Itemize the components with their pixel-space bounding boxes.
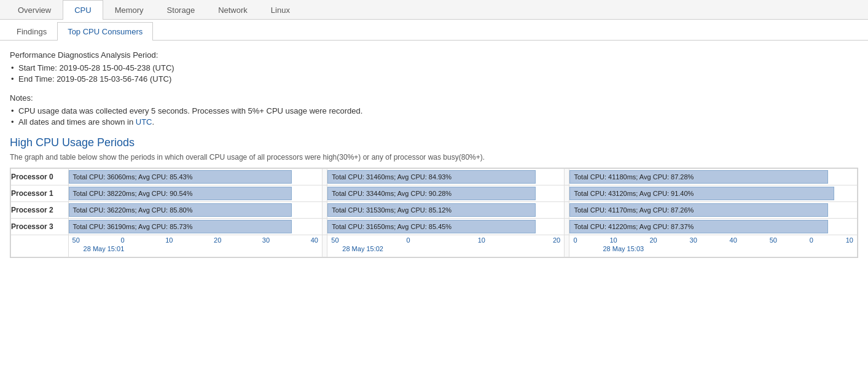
cpu-bar: Total CPU: 36060ms; Avg CPU: 85.43%: [69, 170, 292, 184]
utc-link[interactable]: UTC: [136, 117, 152, 127]
notes-list: CPU usage data was collected every 5 sec…: [10, 106, 858, 127]
x-tick: 30: [690, 236, 697, 244]
notes-item-1: CPU usage data was collected every 5 sec…: [18, 106, 858, 115]
proc-2-bar-2: Total CPU: 31530ms; Avg CPU: 85.12%: [327, 202, 565, 219]
table-row: Processor 2 Total CPU: 36220ms; Avg CPU:…: [11, 202, 858, 219]
x-tick: 20: [553, 236, 560, 244]
proc-2-label: Processor 2: [11, 202, 69, 219]
x-tick: 50: [770, 236, 777, 244]
x-tick: 10: [478, 236, 485, 244]
axis-empty-cell: [11, 235, 69, 257]
x-tick: 10: [165, 236, 173, 244]
table-row: Processor 0 Total CPU: 36060ms; Avg CPU:…: [11, 169, 858, 185]
cpu-chart: Processor 0 Total CPU: 36060ms; Avg CPU:…: [10, 168, 858, 258]
x-tick: 10: [609, 236, 617, 244]
cpu-bar: Total CPU: 43120ms; Avg CPU: 91.40%: [569, 187, 834, 200]
proc-3-bar-3: Total CPU: 41220ms; Avg CPU: 87.37%: [569, 219, 858, 235]
x-date-3: 28 May 15:03: [572, 245, 854, 252]
proc-3-bar-1: Total CPU: 36190ms; Avg CPU: 85.73%: [68, 219, 322, 235]
analysis-period-label: Performance Diagnostics Analysis Period:: [10, 50, 858, 60]
sub-tab-bar: Findings Top CPU Consumers: [0, 22, 868, 41]
proc-2-bar-1: Total CPU: 36220ms; Avg CPU: 85.80%: [68, 202, 322, 219]
notes-section: Notes: CPU usage data was collected ever…: [10, 93, 858, 127]
proc-0-bar-2: Total CPU: 31460ms; Avg CPU: 84.93%: [327, 169, 565, 185]
analysis-period-list: Start Time: 2019-05-28 15-00-45-238 (UTC…: [10, 63, 858, 84]
x-axis-group-3: 0 10 20 30 40 50 0 10 28 May 15:03: [569, 235, 858, 257]
notes-label: Notes:: [10, 93, 858, 103]
cpu-bar: Total CPU: 41180ms; Avg CPU: 87.28%: [569, 170, 828, 184]
tab-linux[interactable]: Linux: [259, 0, 302, 20]
x-axis-row: 50 0 10 20 30 40 28 May 15:01 50 0 10: [11, 235, 858, 257]
x-tick: 0: [810, 236, 813, 244]
proc-1-bar-1: Total CPU: 38220ms; Avg CPU: 90.54%: [68, 185, 322, 202]
cpu-bar: Total CPU: 36220ms; Avg CPU: 85.80%: [69, 203, 292, 217]
cpu-table: Processor 0 Total CPU: 36060ms; Avg CPU:…: [10, 168, 858, 257]
x-date-1: 28 May 15:01: [71, 245, 319, 252]
x-axis-group-2: 50 0 10 20 28 May 15:02: [327, 235, 565, 257]
high-cpu-desc: The graph and table below show the perio…: [10, 153, 858, 162]
x-tick: 40: [730, 236, 737, 244]
cpu-bar: Total CPU: 31650ms; Avg CPU: 85.45%: [327, 220, 536, 233]
x-tick: 20: [649, 236, 657, 244]
x-tick: 0: [407, 236, 410, 244]
proc-0-bar-1: Total CPU: 36060ms; Avg CPU: 85.43%: [68, 169, 322, 185]
cpu-bar: Total CPU: 41170ms; Avg CPU: 87.26%: [569, 203, 828, 217]
high-cpu-title: High CPU Usage Periods: [10, 136, 858, 149]
x-axis-group-1: 50 0 10 20 30 40 28 May 15:01: [68, 235, 322, 257]
analysis-period-section: Performance Diagnostics Analysis Period:…: [10, 50, 858, 84]
start-time-item: Start Time: 2019-05-28 15-00-45-238 (UTC…: [18, 63, 858, 72]
cpu-bar: Total CPU: 38220ms; Avg CPU: 90.54%: [69, 187, 292, 200]
tab-memory[interactable]: Memory: [103, 0, 155, 20]
x-tick: 10: [846, 236, 853, 244]
proc-3-bar-2: Total CPU: 31650ms; Avg CPU: 85.45%: [327, 219, 565, 235]
proc-2-bar-3: Total CPU: 41170ms; Avg CPU: 87.26%: [569, 202, 858, 219]
tab-network[interactable]: Network: [206, 0, 259, 20]
x-date-2: 28 May 15:02: [330, 245, 561, 252]
proc-1-bar-2: Total CPU: 33440ms; Avg CPU: 90.28%: [327, 185, 565, 202]
cpu-bar: Total CPU: 33440ms; Avg CPU: 90.28%: [327, 187, 536, 200]
proc-1-label: Processor 1: [11, 185, 69, 202]
notes-item-2: All dates and times are shown in UTC.: [18, 117, 858, 127]
x-tick: 0: [573, 236, 577, 244]
cpu-bar: Total CPU: 31460ms; Avg CPU: 84.93%: [327, 170, 536, 184]
tab-overview[interactable]: Overview: [6, 0, 63, 20]
subtab-findings[interactable]: Findings: [6, 22, 57, 41]
cpu-bar: Total CPU: 31530ms; Avg CPU: 85.12%: [327, 203, 536, 217]
proc-3-label: Processor 3: [11, 219, 69, 235]
x-tick: 30: [262, 236, 270, 244]
main-content: Performance Diagnostics Analysis Period:…: [0, 41, 868, 258]
cpu-bar: Total CPU: 41220ms; Avg CPU: 87.37%: [569, 220, 828, 233]
table-row: Processor 3 Total CPU: 36190ms; Avg CPU:…: [11, 219, 858, 235]
tab-cpu[interactable]: CPU: [63, 0, 103, 20]
end-time-item: End Time: 2019-05-28 15-03-56-746 (UTC): [18, 74, 858, 84]
proc-0-label: Processor 0: [11, 169, 69, 185]
x-tick: 40: [311, 236, 318, 244]
x-tick: 50: [72, 236, 80, 244]
cpu-bar: Total CPU: 36190ms; Avg CPU: 85.73%: [69, 220, 292, 233]
top-tab-bar: Overview CPU Memory Storage Network Linu…: [0, 0, 868, 20]
x-tick: 0: [120, 236, 124, 244]
tab-storage[interactable]: Storage: [155, 0, 207, 20]
subtab-top-cpu-consumers[interactable]: Top CPU Consumers: [57, 22, 153, 41]
x-tick: 20: [214, 236, 221, 244]
proc-0-bar-3: Total CPU: 41180ms; Avg CPU: 87.28%: [569, 169, 858, 185]
proc-1-bar-3: Total CPU: 43120ms; Avg CPU: 91.40%: [569, 185, 858, 202]
table-row: Processor 1 Total CPU: 38220ms; Avg CPU:…: [11, 185, 858, 202]
x-tick: 50: [331, 236, 338, 244]
